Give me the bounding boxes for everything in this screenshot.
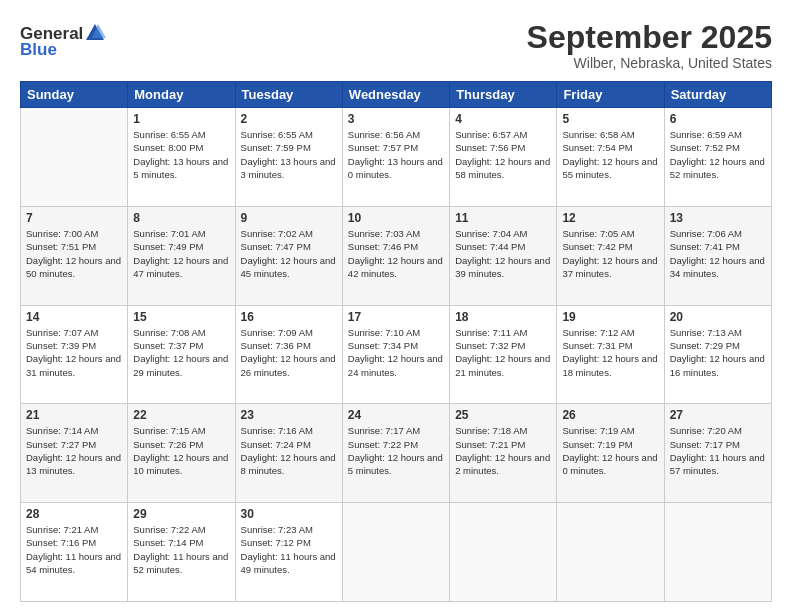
day-info: Sunrise: 6:57 AMSunset: 7:56 PMDaylight:… (455, 128, 551, 181)
day-info: Sunrise: 7:20 AMSunset: 7:17 PMDaylight:… (670, 424, 766, 477)
day-number: 3 (348, 112, 444, 126)
calendar-cell: 8Sunrise: 7:01 AMSunset: 7:49 PMDaylight… (128, 206, 235, 305)
logo-icon (84, 22, 106, 44)
day-info: Sunrise: 7:10 AMSunset: 7:34 PMDaylight:… (348, 326, 444, 379)
week-row-3: 14Sunrise: 7:07 AMSunset: 7:39 PMDayligh… (21, 305, 772, 404)
day-number: 28 (26, 507, 122, 521)
day-number: 18 (455, 310, 551, 324)
title-section: September 2025 Wilber, Nebraska, United … (527, 20, 772, 71)
day-number: 12 (562, 211, 658, 225)
day-info: Sunrise: 6:59 AMSunset: 7:52 PMDaylight:… (670, 128, 766, 181)
header-saturday: Saturday (664, 82, 771, 108)
day-info: Sunrise: 7:11 AMSunset: 7:32 PMDaylight:… (455, 326, 551, 379)
day-info: Sunrise: 7:12 AMSunset: 7:31 PMDaylight:… (562, 326, 658, 379)
day-info: Sunrise: 7:09 AMSunset: 7:36 PMDaylight:… (241, 326, 337, 379)
day-number: 10 (348, 211, 444, 225)
day-number: 13 (670, 211, 766, 225)
month-title: September 2025 (527, 20, 772, 55)
day-number: 6 (670, 112, 766, 126)
calendar-cell: 15Sunrise: 7:08 AMSunset: 7:37 PMDayligh… (128, 305, 235, 404)
header-friday: Friday (557, 82, 664, 108)
day-info: Sunrise: 7:13 AMSunset: 7:29 PMDaylight:… (670, 326, 766, 379)
header-wednesday: Wednesday (342, 82, 449, 108)
day-info: Sunrise: 7:21 AMSunset: 7:16 PMDaylight:… (26, 523, 122, 576)
calendar-cell: 3Sunrise: 6:56 AMSunset: 7:57 PMDaylight… (342, 108, 449, 207)
day-number: 2 (241, 112, 337, 126)
calendar-cell: 24Sunrise: 7:17 AMSunset: 7:22 PMDayligh… (342, 404, 449, 503)
calendar-cell: 30Sunrise: 7:23 AMSunset: 7:12 PMDayligh… (235, 503, 342, 602)
day-number: 8 (133, 211, 229, 225)
day-number: 1 (133, 112, 229, 126)
day-number: 25 (455, 408, 551, 422)
calendar-cell: 20Sunrise: 7:13 AMSunset: 7:29 PMDayligh… (664, 305, 771, 404)
day-info: Sunrise: 7:15 AMSunset: 7:26 PMDaylight:… (133, 424, 229, 477)
calendar-cell: 29Sunrise: 7:22 AMSunset: 7:14 PMDayligh… (128, 503, 235, 602)
day-info: Sunrise: 7:06 AMSunset: 7:41 PMDaylight:… (670, 227, 766, 280)
header-sunday: Sunday (21, 82, 128, 108)
week-row-5: 28Sunrise: 7:21 AMSunset: 7:16 PMDayligh… (21, 503, 772, 602)
calendar-cell: 19Sunrise: 7:12 AMSunset: 7:31 PMDayligh… (557, 305, 664, 404)
day-number: 15 (133, 310, 229, 324)
calendar-cell: 14Sunrise: 7:07 AMSunset: 7:39 PMDayligh… (21, 305, 128, 404)
calendar-cell: 2Sunrise: 6:55 AMSunset: 7:59 PMDaylight… (235, 108, 342, 207)
day-number: 22 (133, 408, 229, 422)
day-number: 17 (348, 310, 444, 324)
day-info: Sunrise: 7:22 AMSunset: 7:14 PMDaylight:… (133, 523, 229, 576)
day-info: Sunrise: 7:19 AMSunset: 7:19 PMDaylight:… (562, 424, 658, 477)
day-info: Sunrise: 7:02 AMSunset: 7:47 PMDaylight:… (241, 227, 337, 280)
header-monday: Monday (128, 82, 235, 108)
day-info: Sunrise: 7:18 AMSunset: 7:21 PMDaylight:… (455, 424, 551, 477)
day-number: 21 (26, 408, 122, 422)
calendar-cell (21, 108, 128, 207)
calendar-cell: 12Sunrise: 7:05 AMSunset: 7:42 PMDayligh… (557, 206, 664, 305)
day-info: Sunrise: 7:03 AMSunset: 7:46 PMDaylight:… (348, 227, 444, 280)
header: General Blue September 2025 Wilber, Nebr… (20, 20, 772, 71)
calendar-cell: 27Sunrise: 7:20 AMSunset: 7:17 PMDayligh… (664, 404, 771, 503)
location: Wilber, Nebraska, United States (527, 55, 772, 71)
logo: General Blue (20, 24, 106, 60)
day-number: 27 (670, 408, 766, 422)
calendar-cell: 18Sunrise: 7:11 AMSunset: 7:32 PMDayligh… (450, 305, 557, 404)
calendar-cell: 16Sunrise: 7:09 AMSunset: 7:36 PMDayligh… (235, 305, 342, 404)
header-thursday: Thursday (450, 82, 557, 108)
calendar-cell (557, 503, 664, 602)
calendar-cell: 26Sunrise: 7:19 AMSunset: 7:19 PMDayligh… (557, 404, 664, 503)
calendar-cell: 22Sunrise: 7:15 AMSunset: 7:26 PMDayligh… (128, 404, 235, 503)
calendar-cell: 25Sunrise: 7:18 AMSunset: 7:21 PMDayligh… (450, 404, 557, 503)
day-number: 11 (455, 211, 551, 225)
week-row-4: 21Sunrise: 7:14 AMSunset: 7:27 PMDayligh… (21, 404, 772, 503)
calendar-cell: 23Sunrise: 7:16 AMSunset: 7:24 PMDayligh… (235, 404, 342, 503)
calendar-header-row: Sunday Monday Tuesday Wednesday Thursday… (21, 82, 772, 108)
calendar-cell: 7Sunrise: 7:00 AMSunset: 7:51 PMDaylight… (21, 206, 128, 305)
day-info: Sunrise: 7:04 AMSunset: 7:44 PMDaylight:… (455, 227, 551, 280)
day-info: Sunrise: 7:07 AMSunset: 7:39 PMDaylight:… (26, 326, 122, 379)
day-info: Sunrise: 7:05 AMSunset: 7:42 PMDaylight:… (562, 227, 658, 280)
calendar-cell: 1Sunrise: 6:55 AMSunset: 8:00 PMDaylight… (128, 108, 235, 207)
day-number: 20 (670, 310, 766, 324)
week-row-1: 1Sunrise: 6:55 AMSunset: 8:00 PMDaylight… (21, 108, 772, 207)
day-info: Sunrise: 7:01 AMSunset: 7:49 PMDaylight:… (133, 227, 229, 280)
day-number: 5 (562, 112, 658, 126)
day-info: Sunrise: 7:08 AMSunset: 7:37 PMDaylight:… (133, 326, 229, 379)
calendar-cell (664, 503, 771, 602)
day-number: 9 (241, 211, 337, 225)
calendar-cell: 6Sunrise: 6:59 AMSunset: 7:52 PMDaylight… (664, 108, 771, 207)
week-row-2: 7Sunrise: 7:00 AMSunset: 7:51 PMDaylight… (21, 206, 772, 305)
day-info: Sunrise: 6:56 AMSunset: 7:57 PMDaylight:… (348, 128, 444, 181)
calendar-cell: 13Sunrise: 7:06 AMSunset: 7:41 PMDayligh… (664, 206, 771, 305)
day-info: Sunrise: 7:00 AMSunset: 7:51 PMDaylight:… (26, 227, 122, 280)
day-info: Sunrise: 7:14 AMSunset: 7:27 PMDaylight:… (26, 424, 122, 477)
page: General Blue September 2025 Wilber, Nebr… (0, 0, 792, 612)
day-number: 30 (241, 507, 337, 521)
day-number: 16 (241, 310, 337, 324)
day-info: Sunrise: 7:23 AMSunset: 7:12 PMDaylight:… (241, 523, 337, 576)
day-number: 23 (241, 408, 337, 422)
calendar-cell: 5Sunrise: 6:58 AMSunset: 7:54 PMDaylight… (557, 108, 664, 207)
day-info: Sunrise: 7:17 AMSunset: 7:22 PMDaylight:… (348, 424, 444, 477)
calendar-cell: 4Sunrise: 6:57 AMSunset: 7:56 PMDaylight… (450, 108, 557, 207)
day-number: 29 (133, 507, 229, 521)
logo-blue: Blue (20, 40, 57, 60)
day-number: 7 (26, 211, 122, 225)
calendar-cell: 28Sunrise: 7:21 AMSunset: 7:16 PMDayligh… (21, 503, 128, 602)
calendar-cell (450, 503, 557, 602)
